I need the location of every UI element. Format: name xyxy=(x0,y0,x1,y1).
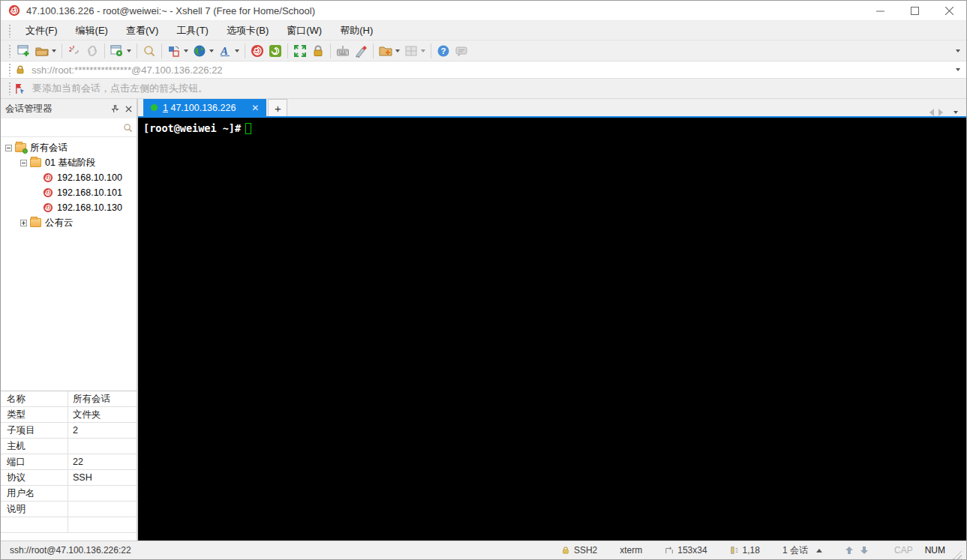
reconnect-button[interactable] xyxy=(83,43,101,59)
lock-screen-button[interactable] xyxy=(309,43,327,59)
toolbar-separator xyxy=(373,43,374,58)
maximize-button[interactable] xyxy=(897,1,932,20)
tree-item-session-130[interactable]: 192.168.10.130 xyxy=(1,200,137,215)
menu-view[interactable]: 查看(V) xyxy=(119,22,166,40)
tab-active-session[interactable]: 1 47.100.136.226 ✕ xyxy=(143,99,266,116)
tab-list-caret[interactable] xyxy=(953,111,958,114)
session-tree: 所有会话 01 基础阶段 192.168.10.100 192.168.10.1… xyxy=(1,137,137,391)
add-session-flag-icon[interactable] xyxy=(15,83,26,94)
disconnect-button[interactable] xyxy=(65,43,83,59)
toolbar-separator xyxy=(245,43,245,58)
expand-icon[interactable] xyxy=(20,220,27,226)
tile-layout-button[interactable] xyxy=(402,43,420,59)
scroll-up-icon[interactable] xyxy=(845,546,854,555)
new-session-button[interactable] xyxy=(15,43,33,59)
session-properties-caret[interactable] xyxy=(127,49,131,52)
tree-item-folder-01[interactable]: 01 基础阶段 xyxy=(1,155,137,170)
web-browser-caret[interactable] xyxy=(209,49,214,52)
menu-tools[interactable]: 工具(T) xyxy=(169,22,216,40)
tab-close-icon[interactable]: ✕ xyxy=(251,103,259,113)
minimize-button[interactable] xyxy=(863,1,897,20)
menu-file[interactable]: 文件(F) xyxy=(18,22,65,40)
arrange-layout-caret[interactable] xyxy=(184,49,188,52)
open-folder-button[interactable] xyxy=(33,43,51,59)
infobar-grip[interactable] xyxy=(8,82,11,95)
toolbar-separator xyxy=(161,43,162,58)
resize-grip[interactable] xyxy=(953,550,962,559)
arrange-layout-button[interactable] xyxy=(165,43,183,59)
web-browser-button[interactable] xyxy=(191,43,209,59)
panel-close-icon[interactable] xyxy=(125,106,132,112)
root-folder-icon xyxy=(15,143,26,152)
pin-icon[interactable] xyxy=(111,105,119,113)
terminal-cursor xyxy=(245,123,251,134)
address-url[interactable]: ssh://root:***************@47.100.136.22… xyxy=(32,64,223,76)
tree-item-session-101[interactable]: 192.168.10.101 xyxy=(1,185,137,200)
session-manager-header: 会话管理器 xyxy=(1,99,137,118)
menu-help[interactable]: 帮助(H) xyxy=(332,22,380,40)
status-cursor-position[interactable]: 1,18 xyxy=(730,545,760,556)
menu-edit[interactable]: 编辑(E) xyxy=(68,22,116,40)
session-search-input[interactable] xyxy=(1,118,123,136)
font-button[interactable]: A xyxy=(216,43,234,59)
open-folder-caret[interactable] xyxy=(52,49,56,52)
property-row: 端口22 xyxy=(1,454,137,470)
menu-tabs[interactable]: 选项卡(B) xyxy=(219,22,276,40)
collapse-icon[interactable] xyxy=(20,160,27,166)
property-row: 名称所有会话 xyxy=(1,391,137,407)
scroll-down-icon[interactable] xyxy=(860,546,869,555)
tree-item-folder-public-cloud[interactable]: 公有云 xyxy=(1,215,137,230)
new-tab-button[interactable]: + xyxy=(268,99,287,116)
property-row: 用户名 xyxy=(1,486,137,502)
toolbar-overflow-caret[interactable] xyxy=(956,49,960,52)
info-bar: 要添加当前会话，点击左侧的箭头按钮。 xyxy=(1,79,966,98)
collapse-icon[interactable] xyxy=(5,145,12,151)
toolbar: A ? xyxy=(1,40,966,61)
find-button[interactable] xyxy=(140,43,158,59)
addressbar-grip[interactable] xyxy=(8,63,11,76)
fullscreen-button[interactable] xyxy=(291,43,309,59)
status-session-count[interactable]: 1 会话 xyxy=(782,544,822,557)
virtual-keyboard-button[interactable] xyxy=(334,43,352,59)
help-button[interactable]: ? xyxy=(434,43,452,59)
session-icon xyxy=(43,202,53,213)
xftp-button[interactable] xyxy=(266,43,284,59)
xshell-button[interactable] xyxy=(248,43,266,59)
ssh-lock-icon xyxy=(561,546,570,555)
session-list-caret-icon xyxy=(816,549,822,553)
tab-scroll-right-icon[interactable] xyxy=(938,109,943,116)
session-manager-title: 会话管理器 xyxy=(5,103,53,115)
address-history-caret[interactable] xyxy=(956,68,960,71)
tile-layout-caret[interactable] xyxy=(421,49,425,52)
tree-item-session-100[interactable]: 192.168.10.100 xyxy=(1,170,137,185)
session-properties-button[interactable] xyxy=(108,43,126,59)
toolbar-separator xyxy=(62,43,62,58)
tab-scroll-left-icon[interactable] xyxy=(929,109,934,116)
title-bar: 47.100.136.226 - root@weiwei:~ - Xshell … xyxy=(1,1,966,20)
status-protocol[interactable]: SSH2 xyxy=(561,545,597,556)
close-button[interactable] xyxy=(932,1,966,20)
new-session-folder-button[interactable] xyxy=(377,43,395,59)
tree-item-all-sessions[interactable]: 所有会话 xyxy=(1,140,137,155)
status-terminal-type[interactable]: xterm xyxy=(620,545,642,556)
info-message: 要添加当前会话，点击左侧的箭头按钮。 xyxy=(32,82,208,95)
toolbar-separator xyxy=(330,43,331,58)
session-icon xyxy=(43,187,53,198)
status-bar: ssh://root@47.100.136.226:22 SSH2 xterm … xyxy=(1,541,966,559)
main-area: 会话管理器 所有会话 01 基础阶段 xyxy=(1,98,966,541)
property-row: 主机 xyxy=(1,439,137,454)
status-terminal-size[interactable]: 153x34 xyxy=(665,545,707,556)
session-icon xyxy=(43,172,53,183)
search-icon[interactable] xyxy=(123,123,133,133)
new-session-folder-caret[interactable] xyxy=(395,49,400,52)
terminal-area: 1 47.100.136.226 ✕ + [root@weiwei ~]# xyxy=(138,99,966,541)
address-bar[interactable]: ssh://root:***************@47.100.136.22… xyxy=(1,61,966,79)
terminal-screen[interactable]: [root@weiwei ~]# xyxy=(138,118,966,541)
feedback-button[interactable] xyxy=(452,43,470,59)
font-caret[interactable] xyxy=(235,49,239,52)
highlighter-button[interactable] xyxy=(352,43,370,59)
menubar-grip[interactable] xyxy=(8,24,11,37)
property-row: 类型文件夹 xyxy=(1,407,137,423)
toolbar-grip[interactable] xyxy=(8,44,11,58)
menu-window[interactable]: 窗口(W) xyxy=(279,22,329,40)
